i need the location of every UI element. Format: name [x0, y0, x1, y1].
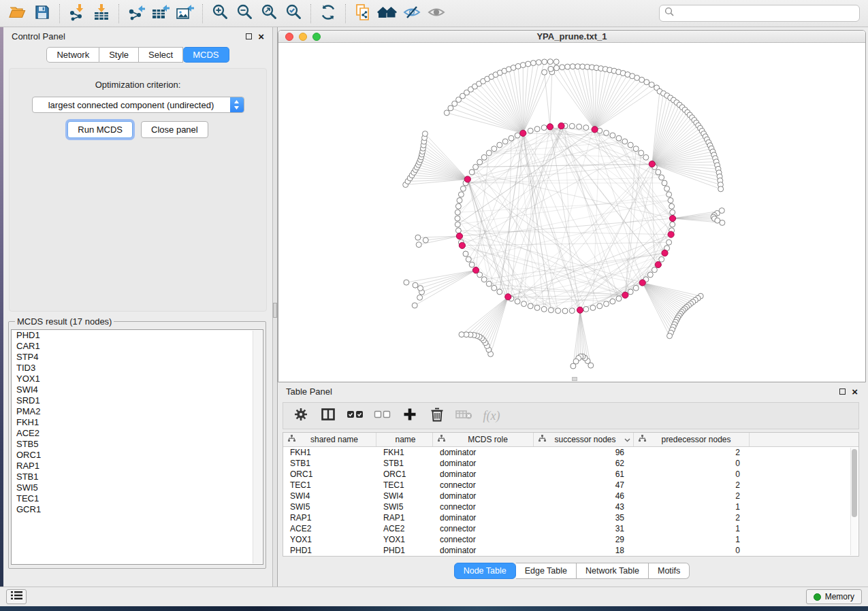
- tab-network-table[interactable]: Network Table: [577, 563, 649, 579]
- cell-shared_name[interactable]: PHD1: [283, 545, 376, 556]
- table-row[interactable]: TEC1TEC1connector472: [283, 480, 858, 491]
- cell-shared_name[interactable]: SWI5: [283, 501, 376, 512]
- tab-select[interactable]: Select: [139, 47, 183, 63]
- cell-successor_nodes[interactable]: 31: [534, 523, 634, 534]
- column-header-successor-nodes[interactable]: successor nodes: [534, 433, 634, 446]
- column-header-predecessor-nodes[interactable]: predecessor nodes: [634, 433, 750, 446]
- cell-predecessor_nodes[interactable]: 2: [634, 491, 750, 501]
- export-table-button[interactable]: [148, 3, 173, 24]
- table-row[interactable]: STB1STB1dominator620: [283, 458, 858, 469]
- table-row[interactable]: PHD1PHD1dominator180: [283, 545, 858, 556]
- cell-mcds_role[interactable]: connector: [433, 534, 534, 545]
- mcds-result-item[interactable]: PMA2: [12, 406, 263, 417]
- cell-mcds_role[interactable]: dominator: [433, 447, 534, 458]
- zoom-out-button[interactable]: [232, 3, 257, 24]
- mcds-result-item[interactable]: YOX1: [12, 374, 263, 384]
- mcds-result-item[interactable]: PHD1: [12, 330, 263, 341]
- table-row[interactable]: SWI4SWI4dominator462: [283, 491, 858, 501]
- zoom-fit-button[interactable]: [257, 3, 281, 24]
- mcds-result-list[interactable]: PHD1CAR1STP4TID3YOX1SWI4SRD1PMA2FKH1ACE2…: [11, 329, 263, 565]
- cell-shared_name[interactable]: ACE2: [283, 523, 376, 534]
- close-panel-button[interactable]: ×: [258, 31, 264, 42]
- mcds-result-item[interactable]: CAR1: [12, 341, 263, 352]
- cell-mcds_role[interactable]: connector: [433, 523, 534, 534]
- cell-name[interactable]: ACE2: [376, 523, 433, 534]
- zoom-in-button[interactable]: [208, 3, 232, 24]
- cell-shared_name[interactable]: STB1: [283, 458, 376, 469]
- cell-successor_nodes[interactable]: 18: [534, 545, 634, 556]
- task-history-button[interactable]: [6, 589, 27, 604]
- cell-successor_nodes[interactable]: 47: [534, 480, 634, 491]
- network-window-titlebar[interactable]: YPA_prune.txt_1: [278, 31, 865, 43]
- table-row[interactable]: ORC1ORC1dominator610: [283, 469, 858, 480]
- tab-style[interactable]: Style: [99, 47, 139, 63]
- search-input[interactable]: [678, 9, 854, 18]
- cell-name[interactable]: TEC1: [376, 480, 433, 491]
- table-row[interactable]: SWI5SWI5connector431: [283, 501, 858, 512]
- clone-network-button[interactable]: [351, 3, 375, 24]
- cell-mcds_role[interactable]: dominator: [433, 491, 534, 501]
- float-panel-button[interactable]: [246, 33, 252, 39]
- column-layout-button[interactable]: [317, 406, 339, 426]
- float-table-panel-button[interactable]: [839, 389, 846, 395]
- zoom-selected-button[interactable]: [281, 3, 306, 24]
- mcds-result-item[interactable]: SWI5: [12, 482, 263, 493]
- cell-mcds_role[interactable]: dominator: [433, 545, 534, 556]
- cell-predecessor_nodes[interactable]: 0: [634, 469, 750, 480]
- export-network-button[interactable]: [124, 3, 148, 24]
- close-mcds-panel-button[interactable]: Close panel: [141, 121, 208, 138]
- cell-predecessor_nodes[interactable]: 2: [634, 480, 750, 491]
- mcds-result-item[interactable]: SRD1: [12, 395, 263, 406]
- cell-successor_nodes[interactable]: 35: [534, 512, 634, 523]
- cell-shared_name[interactable]: FKH1: [283, 447, 376, 458]
- table-row[interactable]: YOX1YOX1connector291: [283, 534, 858, 545]
- mcds-result-item[interactable]: ORC1: [12, 450, 263, 461]
- cell-successor_nodes[interactable]: 46: [534, 491, 634, 501]
- list-scrollbar[interactable]: [253, 331, 262, 563]
- run-mcds-button[interactable]: Run MCDS: [67, 121, 133, 138]
- cell-successor_nodes[interactable]: 29: [534, 534, 634, 545]
- import-table-button[interactable]: [89, 3, 114, 24]
- network-graph[interactable]: [278, 43, 865, 382]
- cell-predecessor_nodes[interactable]: 0: [634, 545, 750, 556]
- mcds-result-item[interactable]: TEC1: [12, 493, 263, 504]
- cell-predecessor_nodes[interactable]: 0: [634, 458, 750, 469]
- tab-network[interactable]: Network: [46, 47, 99, 63]
- mcds-result-item[interactable]: FKH1: [12, 417, 263, 428]
- cell-name[interactable]: ORC1: [376, 469, 433, 480]
- show-all-button[interactable]: [424, 3, 449, 24]
- cell-successor_nodes[interactable]: 61: [534, 469, 634, 480]
- cell-shared_name[interactable]: ORC1: [283, 469, 376, 480]
- search-box[interactable]: [659, 5, 860, 22]
- cell-mcds_role[interactable]: dominator: [433, 469, 534, 480]
- column-header-MCDS-role[interactable]: MCDS role: [433, 433, 534, 446]
- mcds-result-item[interactable]: ACE2: [12, 428, 263, 439]
- hide-selected-button[interactable]: [400, 3, 424, 24]
- table-scrollbar[interactable]: [850, 448, 858, 555]
- cell-predecessor_nodes[interactable]: 2: [634, 447, 750, 458]
- cell-mcds_role[interactable]: dominator: [433, 458, 534, 469]
- cell-name[interactable]: YOX1: [376, 534, 433, 545]
- cell-name[interactable]: RAP1: [376, 512, 433, 523]
- tab-motifs[interactable]: Motifs: [649, 563, 690, 579]
- optimization-criterion-select[interactable]: largest connected component (undirected): [32, 97, 244, 113]
- cell-name[interactable]: SWI5: [376, 501, 433, 512]
- cell-name[interactable]: SWI4: [376, 491, 433, 501]
- cell-name[interactable]: FKH1: [376, 447, 433, 458]
- mcds-result-item[interactable]: STP4: [12, 352, 263, 363]
- mcds-result-item[interactable]: STB5: [12, 439, 263, 450]
- canvas-resize-handle[interactable]: [572, 377, 577, 381]
- memory-button[interactable]: Memory: [806, 589, 862, 604]
- cell-shared_name[interactable]: SWI4: [283, 491, 376, 501]
- network-canvas[interactable]: [278, 43, 865, 382]
- column-header-name[interactable]: name: [376, 433, 433, 446]
- mcds-result-item[interactable]: TID3: [12, 363, 263, 374]
- cell-mcds_role[interactable]: connector: [433, 501, 534, 512]
- table-row[interactable]: ACE2ACE2connector311: [283, 523, 858, 534]
- mcds-result-item[interactable]: SWI4: [12, 384, 263, 395]
- vertical-splitter[interactable]: [272, 27, 278, 587]
- cell-name[interactable]: PHD1: [376, 545, 433, 556]
- tab-edge-table[interactable]: Edge Table: [516, 563, 577, 579]
- tab-mcds[interactable]: MCDS: [183, 47, 229, 63]
- cell-successor_nodes[interactable]: 96: [534, 447, 634, 458]
